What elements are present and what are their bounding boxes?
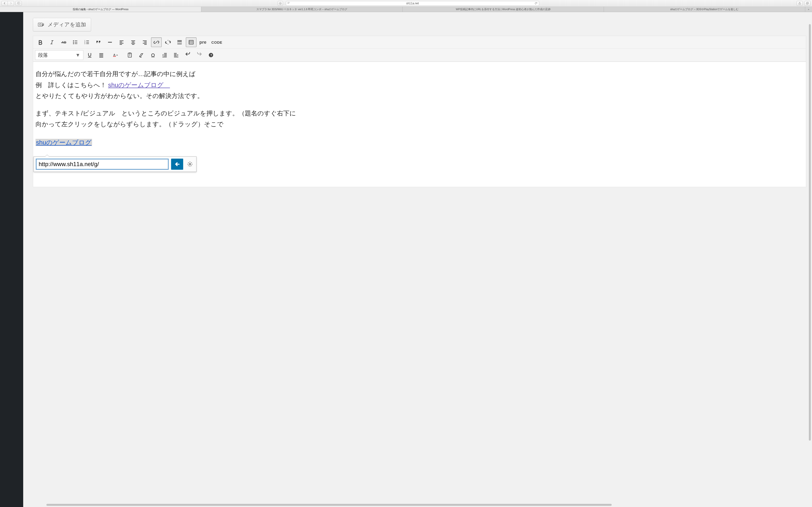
format-select-label: 段落 <box>38 52 48 58</box>
browser-tab[interactable]: 投稿の編集 ‹ shuのゲームブログ — WordPress <box>0 7 201 12</box>
underline-button[interactable] <box>84 50 95 60</box>
new-tab-button[interactable]: + <box>805 7 812 12</box>
add-media-label: メディアを追加 <box>48 21 86 28</box>
svg-line-14 <box>51 41 52 44</box>
text: 自分が悩んだので若干自分用ですが…記事の中に例えば <box>36 70 196 77</box>
add-media-button[interactable]: メディアを追加 <box>33 18 91 32</box>
bullet-list-button[interactable] <box>70 38 81 47</box>
text: 向かって左クリックをしながらずらします。（ドラッグ）そこで <box>36 120 223 128</box>
svg-line-45 <box>170 42 170 43</box>
wp-content: メディアを追加 ABC 123 <box>23 12 812 507</box>
format-select[interactable]: 段落 ▼ <box>35 50 83 60</box>
align-justify-button[interactable] <box>96 50 107 60</box>
refresh-icon[interactable] <box>535 2 538 6</box>
numbered-list-button[interactable]: 123 <box>82 38 92 47</box>
share-button[interactable] <box>797 1 803 6</box>
strikethrough-button[interactable]: ABC <box>58 38 69 47</box>
undo-button[interactable] <box>183 50 193 60</box>
tabs-overview-button[interactable] <box>804 1 811 6</box>
forward-button[interactable] <box>8 1 14 6</box>
editor-content[interactable]: 自分が悩んだので若干自分用ですが…記事の中に例えば 例 詳しくはこちらへ！ sh… <box>33 62 806 187</box>
vertical-scrollbar[interactable] <box>808 24 812 497</box>
align-center-button[interactable] <box>128 38 139 47</box>
svg-point-77 <box>189 163 191 165</box>
indent-button[interactable] <box>171 50 182 60</box>
editor-toolbar: ABC 123 pre CODE 段落 <box>33 36 806 62</box>
svg-text:3: 3 <box>84 43 85 44</box>
page-viewport: メディアを追加 ABC 123 <box>0 12 812 507</box>
chevron-down-icon: ▼ <box>75 52 80 58</box>
svg-point-11 <box>39 24 41 25</box>
browser-tab[interactable]: shuのゲームブログ – 3DSやPlayStationでゲームを楽しむ <box>604 7 805 12</box>
svg-rect-10 <box>38 23 43 26</box>
url-host: sh11a.net <box>406 2 419 5</box>
svg-rect-56 <box>192 43 193 43</box>
svg-rect-53 <box>192 41 193 42</box>
code-button[interactable]: CODE <box>209 38 224 47</box>
insert-more-button[interactable] <box>174 38 185 47</box>
clear-formatting-button[interactable] <box>136 50 147 60</box>
pre-button[interactable]: pre <box>197 38 209 47</box>
text-color-button[interactable]: A <box>108 50 123 60</box>
toolbar-toggle-button[interactable] <box>186 38 197 47</box>
insert-link-button[interactable] <box>151 38 162 47</box>
wp-admin-sidebar[interactable] <box>0 12 23 507</box>
svg-rect-8 <box>806 3 808 4</box>
horizontal-rule-button[interactable] <box>105 38 115 47</box>
link-options-button[interactable] <box>186 160 194 169</box>
blockquote-button[interactable] <box>93 38 104 47</box>
remove-link-button[interactable] <box>163 38 173 47</box>
text: まず、テキスト/ビジュアル というところのビジュアルを押します。（題名のすぐ右下… <box>36 110 296 117</box>
inline-link-toolbar <box>34 157 197 172</box>
svg-text:A: A <box>113 53 115 57</box>
svg-text:?: ? <box>210 53 212 57</box>
inline-link[interactable]: shuのゲームブログ <box>108 81 170 89</box>
link-url-input[interactable] <box>36 159 169 170</box>
svg-rect-54 <box>190 43 190 43</box>
svg-rect-52 <box>191 41 191 42</box>
svg-line-42 <box>168 40 168 41</box>
browser-tab[interactable]: スマブラ for 3DS/WiiU ベヨネッタ ver1.1.6 即死コンボ –… <box>201 7 403 12</box>
redo-button[interactable] <box>194 50 205 60</box>
svg-rect-55 <box>191 43 191 43</box>
svg-rect-65 <box>129 53 131 54</box>
svg-point-18 <box>73 42 74 43</box>
svg-rect-50 <box>189 40 193 44</box>
sidebar-toggle-button[interactable] <box>15 1 22 6</box>
help-button[interactable]: ? <box>206 50 216 60</box>
browser-tab-strip: 投稿の編集 ‹ shuのゲームブログ — WordPress スマブラ for … <box>0 7 812 12</box>
browser-tab[interactable]: WP投稿記事内にURLを添付する方法 | WordPress 超初心者が挑んだ作… <box>403 7 604 12</box>
paragraph: 自分が悩んだので若干自分用ですが…記事の中に例えば 例 詳しくはこちらへ！ sh… <box>36 68 804 102</box>
svg-rect-63 <box>113 56 116 57</box>
back-button[interactable] <box>1 1 8 6</box>
reader-icon <box>287 2 290 5</box>
camera-music-icon <box>38 22 45 27</box>
svg-point-3 <box>280 3 281 4</box>
svg-text:T: T <box>129 54 131 57</box>
site-settings-button[interactable] <box>278 1 283 6</box>
align-right-button[interactable] <box>140 38 150 47</box>
svg-rect-0 <box>17 2 20 4</box>
text: 例 詳しくはこちらへ！ <box>36 81 108 89</box>
svg-rect-51 <box>190 41 190 42</box>
italic-button[interactable] <box>47 38 57 47</box>
special-char-button[interactable] <box>148 50 158 60</box>
svg-rect-9 <box>807 2 809 4</box>
align-left-button[interactable] <box>116 38 127 47</box>
paragraph: まず、テキスト/ビジュアル というところのビジュアルを押します。（題名のすぐ右下… <box>36 108 804 130</box>
selected-link[interactable]: shuのゲームブログ <box>36 139 92 146</box>
svg-line-44 <box>166 42 166 43</box>
svg-line-43 <box>168 44 168 44</box>
apply-link-button[interactable] <box>171 159 183 170</box>
text: とやりたくてもやり方がわからない。その解決方法です。 <box>36 92 203 100</box>
horizontal-scrollbar[interactable] <box>23 503 808 507</box>
address-bar[interactable]: sh11a.net <box>286 1 540 6</box>
browser-toolbar: sh11a.net <box>0 0 812 7</box>
bold-button[interactable] <box>35 38 46 47</box>
svg-point-17 <box>73 40 74 41</box>
outdent-button[interactable] <box>159 50 170 60</box>
paste-text-button[interactable]: T <box>124 50 135 60</box>
svg-point-19 <box>73 43 74 44</box>
nav-back-forward <box>1 1 14 6</box>
